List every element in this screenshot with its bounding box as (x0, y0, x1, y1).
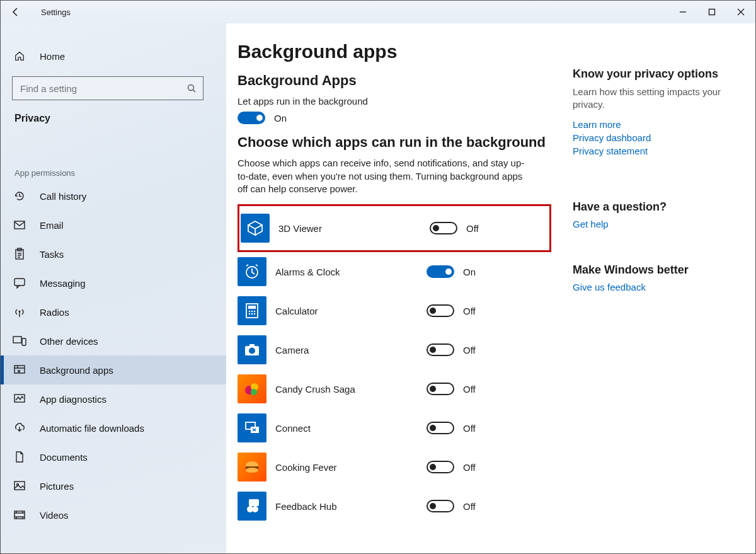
sidebar-item-label: Background apps (40, 365, 113, 376)
svg-point-2 (188, 85, 194, 91)
app-toggle[interactable] (430, 222, 457, 234)
minimize-icon (679, 8, 687, 16)
link-give-feedback[interactable]: Give us feedback (573, 282, 739, 292)
window-title: Settings (41, 8, 71, 17)
app-toggle[interactable] (427, 343, 454, 356)
sidebar-item-call-history[interactable]: Call history (1, 182, 226, 211)
sidebar-home-label: Home (40, 51, 65, 62)
app-name-label: Camera (275, 345, 427, 355)
sidebar-home[interactable]: Home (1, 43, 226, 69)
svg-line-3 (193, 90, 196, 93)
app-row-calculator: CalculatorOff (238, 291, 551, 330)
sidebar-item-app-diagnostics[interactable]: App diagnostics (1, 384, 226, 413)
pictures-icon (12, 478, 27, 493)
app-name-label: Alarms & Clock (275, 267, 427, 277)
info-heading-better: Make Windows better (573, 263, 739, 277)
app-toggle-state: Off (463, 423, 476, 434)
sidebar-item-tasks[interactable]: Tasks (1, 239, 226, 268)
sidebar-item-videos[interactable]: Videos (1, 500, 226, 529)
app-row-camera: CameraOff (238, 330, 551, 369)
search-icon (186, 83, 197, 93)
sidebar-item-radios[interactable]: Radios (1, 297, 226, 326)
camera-icon (238, 335, 266, 364)
svg-rect-39 (249, 499, 259, 506)
back-button[interactable] (4, 1, 27, 23)
app-name-label: 3D Viewer (278, 223, 430, 234)
app-row-candy-crush-saga: Candy Crush SagaOff (238, 369, 551, 408)
svg-rect-10 (13, 337, 21, 343)
search-input-wrap[interactable] (12, 76, 203, 100)
diagnostics-icon (12, 391, 27, 407)
section-heading-bg-apps: Background Apps (238, 72, 551, 89)
info-desc-privacy: Learn how this setting impacts your priv… (573, 86, 739, 112)
section-heading-choose: Choose which apps can run in the backgro… (238, 134, 551, 151)
app-row-3d-viewer: 3D ViewerOff (238, 204, 551, 252)
svg-point-38 (252, 506, 258, 512)
history-icon (12, 188, 27, 204)
feedback-icon (238, 492, 266, 521)
app-toggle[interactable] (427, 304, 454, 317)
sidebar-item-email[interactable]: Email (1, 211, 226, 239)
svg-rect-14 (14, 482, 25, 490)
info-heading-privacy: Know your privacy options (573, 67, 739, 81)
app-name-label: Feedback Hub (275, 501, 427, 512)
sidebar-item-automatic-file-downloads[interactable]: Automatic file downloads (1, 413, 226, 442)
sidebar-group-label: App permissions (1, 164, 226, 182)
sidebar-item-label: Tasks (40, 249, 64, 260)
svg-point-21 (251, 311, 253, 313)
app-toggle-state: Off (466, 223, 479, 234)
candy-icon (238, 374, 266, 403)
sidebar-item-pictures[interactable]: Pictures (1, 471, 226, 500)
radio-icon (12, 304, 27, 320)
download-icon (12, 420, 27, 436)
master-toggle-state: On (274, 113, 287, 124)
svg-point-23 (249, 313, 251, 315)
app-toggle-state: Off (463, 462, 476, 473)
app-name-label: Cooking Fever (275, 462, 427, 473)
link-get-help[interactable]: Get help (573, 219, 739, 229)
app-toggle-state: On (463, 267, 476, 277)
connect-icon (238, 413, 266, 442)
sidebar-item-messaging[interactable]: Messaging (1, 268, 226, 297)
sidebar-item-label: Email (40, 220, 64, 231)
sidebar-item-label: Automatic file downloads (40, 423, 144, 434)
app-row-connect: ConnectOff (238, 408, 551, 447)
svg-point-22 (254, 311, 256, 313)
minimize-button[interactable] (668, 1, 697, 23)
svg-point-28 (249, 348, 255, 354)
app-toggle[interactable] (427, 422, 454, 434)
sidebar-item-other-devices[interactable]: Other devices (1, 326, 226, 355)
maximize-button[interactable] (697, 1, 726, 23)
documents-icon (12, 449, 27, 465)
window-titlebar: Settings (1, 1, 755, 23)
app-toggle[interactable] (427, 265, 454, 278)
svg-point-36 (246, 468, 258, 473)
section-desc-choose: Choose which apps can receive info, send… (238, 157, 534, 195)
svg-point-25 (254, 313, 256, 315)
svg-rect-11 (22, 338, 26, 345)
app-name-label: Connect (275, 423, 427, 434)
sidebar-item-label: App diagnostics (40, 394, 106, 405)
page-title: Background apps (238, 41, 551, 62)
app-toggle[interactable] (427, 383, 454, 395)
svg-point-31 (251, 389, 257, 395)
app-row-cooking-fever: Cooking FeverOff (238, 447, 551, 487)
arrow-left-icon (11, 7, 21, 17)
app-toggle[interactable] (427, 500, 454, 512)
svg-rect-4 (14, 221, 25, 229)
sidebar-item-background-apps[interactable]: Background apps (1, 355, 226, 384)
main-content: Background apps Background Apps Let apps… (226, 23, 566, 554)
tasks-icon (12, 246, 27, 262)
sidebar-section-title: Privacy (1, 105, 226, 136)
link-privacy-statement[interactable]: Privacy statement (573, 146, 739, 156)
close-button[interactable] (726, 1, 755, 23)
link-learn-more[interactable]: Learn more (573, 119, 739, 130)
master-toggle[interactable] (238, 112, 265, 124)
link-privacy-dashboard[interactable]: Privacy dashboard (573, 132, 739, 143)
search-input[interactable] (19, 83, 186, 95)
sidebar-item-documents[interactable]: Documents (1, 442, 226, 471)
master-toggle-label: Let apps run in the background (238, 95, 534, 108)
app-row-alarms-clock: Alarms & ClockOn (238, 252, 551, 291)
app-toggle[interactable] (427, 461, 454, 473)
sidebar-item-label: Call history (40, 191, 86, 202)
